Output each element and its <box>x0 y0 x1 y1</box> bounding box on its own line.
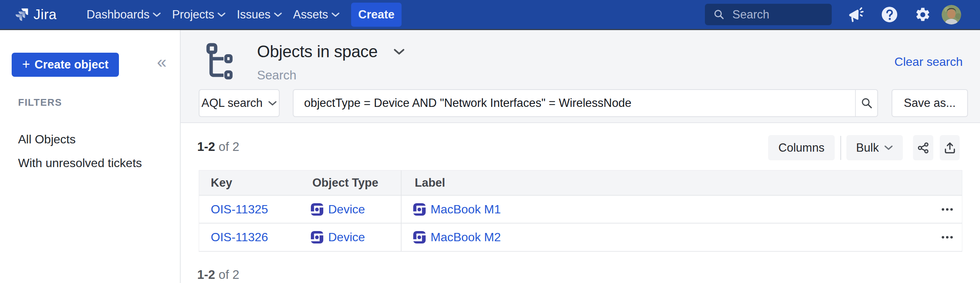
bulk-label: Bulk <box>856 141 879 155</box>
aql-query-input[interactable] <box>294 90 855 116</box>
settings-gear-icon[interactable] <box>915 6 931 23</box>
brand-name: Jira <box>33 7 57 22</box>
aql-search-row: AQL search Save as... <box>181 89 980 117</box>
export-icon <box>943 141 957 155</box>
nav-item-assets[interactable]: Assets <box>293 8 340 21</box>
pagination-range: 1-2 <box>197 267 215 281</box>
nav-right-cluster <box>705 0 980 29</box>
nav-item-projects[interactable]: Projects <box>172 8 226 21</box>
row-actions-menu[interactable] <box>942 224 953 251</box>
object-type-link[interactable]: Device <box>328 230 365 244</box>
nav-item-label: Projects <box>172 8 214 21</box>
chevron-down-icon <box>274 12 282 17</box>
table-row: OIS-11326 Device MacBook M2 <box>199 224 962 251</box>
search-mode-dropdown[interactable]: AQL search <box>199 89 280 117</box>
object-type-link[interactable]: Device <box>328 202 365 216</box>
object-type-icon <box>311 231 323 243</box>
nav-search-input[interactable] <box>732 8 822 21</box>
search-mode-label: AQL search <box>201 96 262 110</box>
create-object-label: Create object <box>35 58 108 72</box>
chevron-down-icon <box>153 12 161 17</box>
clear-search-link[interactable]: Clear search <box>894 55 963 69</box>
sidebar: + Create object « FILTERS All Objects Wi… <box>0 30 181 283</box>
chevron-down-icon <box>268 100 277 106</box>
ellipsis-icon <box>942 208 953 211</box>
search-icon <box>713 9 725 20</box>
chevron-down-icon <box>884 145 893 151</box>
nav-search-box[interactable] <box>705 4 832 25</box>
sidebar-item-all-objects[interactable]: All Objects <box>18 133 142 145</box>
export-button[interactable] <box>940 135 960 160</box>
chevron-down-icon <box>217 12 226 17</box>
nav-item-dashboards[interactable]: Dashboards <box>87 8 161 21</box>
object-label-link[interactable]: MacBook M1 <box>431 202 501 216</box>
result-count-range: 1-2 <box>197 140 215 154</box>
nav-item-label: Dashboards <box>87 8 150 21</box>
create-object-button[interactable]: + Create object <box>12 53 119 77</box>
row-actions-menu[interactable] <box>942 196 953 223</box>
nav-item-issues[interactable]: Issues <box>237 8 282 21</box>
object-type-icon <box>413 203 426 216</box>
jira-logo[interactable]: Jira <box>14 0 57 29</box>
save-as-button[interactable]: Save as... <box>892 89 968 117</box>
main-content: Objects in space Search Clear search AQL… <box>181 30 980 283</box>
share-button[interactable] <box>913 135 933 160</box>
page-subtitle: Search <box>257 68 297 83</box>
chevron-down-icon <box>331 12 340 17</box>
result-count: 1-2 of 2 <box>197 140 239 154</box>
table-header-row: Key Object Type Label <box>199 170 962 196</box>
create-button[interactable]: Create <box>351 3 402 27</box>
top-nav: Jira Dashboards Projects Issues Assets <box>0 0 980 30</box>
share-icon <box>916 141 930 155</box>
page-title: Objects in space <box>257 42 377 61</box>
search-icon <box>860 97 873 110</box>
columns-button[interactable]: Columns <box>768 135 835 160</box>
ellipsis-icon <box>942 235 953 239</box>
filters-heading: FILTERS <box>18 97 62 108</box>
collapse-sidebar-icon[interactable]: « <box>157 53 167 70</box>
pagination: 1-2 of 2 <box>197 267 239 282</box>
run-search-button[interactable] <box>855 90 877 116</box>
title-chevron-down-icon[interactable] <box>393 48 405 55</box>
jira-assets-page: Jira Dashboards Projects Issues Assets <box>0 0 980 283</box>
sidebar-item-unresolved-tickets[interactable]: With unresolved tickets <box>18 157 142 169</box>
result-count-total: of 2 <box>215 140 239 154</box>
feedback-megaphone-icon[interactable] <box>847 6 864 23</box>
column-header-object-type[interactable]: Object Type <box>312 170 378 195</box>
bulk-button[interactable]: Bulk <box>846 135 903 160</box>
object-type-icon <box>311 203 323 216</box>
aql-query-box <box>293 89 878 117</box>
filters-list: All Objects With unresolved tickets <box>18 133 142 181</box>
nav-item-label: Assets <box>293 8 328 21</box>
plus-icon: + <box>22 56 30 72</box>
pagination-total: of 2 <box>215 267 239 281</box>
column-divider <box>401 170 402 251</box>
object-type-icon <box>413 231 426 243</box>
results-toolbar: Columns Bulk <box>768 135 960 160</box>
nav-item-label: Issues <box>237 8 270 21</box>
objects-table: Key Object Type Label OIS-11325 Device M… <box>199 170 963 252</box>
object-key-link[interactable]: OIS-11325 <box>211 202 268 216</box>
column-header-key[interactable]: Key <box>211 170 232 195</box>
column-header-label[interactable]: Label <box>415 170 445 195</box>
jira-logo-icon <box>14 6 30 23</box>
object-schema-icon <box>205 43 232 82</box>
nav-menu: Dashboards Projects Issues Assets <box>87 0 340 29</box>
user-avatar[interactable] <box>942 5 961 24</box>
object-label-link[interactable]: MacBook M2 <box>431 230 501 244</box>
help-icon[interactable] <box>881 6 898 23</box>
table-row: OIS-11325 Device MacBook M1 <box>199 196 962 224</box>
object-key-link[interactable]: OIS-11326 <box>211 230 268 244</box>
search-header-panel: Objects in space Search Clear search AQL… <box>181 30 980 123</box>
toolbar-divider <box>840 136 841 160</box>
results-section: 1-2 of 2 Columns Bulk <box>181 124 980 283</box>
